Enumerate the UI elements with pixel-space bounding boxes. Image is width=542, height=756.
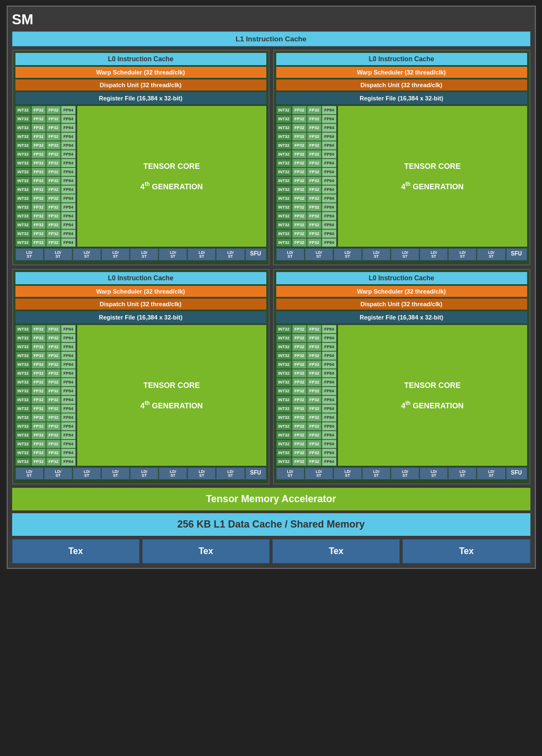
- q4-ldst-1: LD/ST: [276, 467, 304, 480]
- q4-ldst-6: LD/ST: [420, 467, 448, 480]
- tex-unit-3: Tex: [272, 539, 400, 563]
- q1-register-file: Register File (16,384 x 32-bit): [15, 92, 266, 104]
- q2-cuda-cores: INT32FP32FP32FP64 INT32FP32FP32FP64 INT3…: [276, 106, 336, 247]
- q1-ldst-8: LD/ST: [216, 248, 244, 260]
- q2-ldst-8: LD/ST: [477, 248, 505, 260]
- tensor-memory-accelerator: Tensor Memory Accelerator: [12, 488, 530, 510]
- q3-ldst-3: LD/ST: [73, 467, 101, 480]
- q2-ldst-1: LD/ST: [276, 248, 304, 260]
- q2-dispatch-unit: Dispatch Unit (32 thread/clk): [276, 79, 527, 90]
- q2-ld-st-row: LD/ST LD/ST LD/ST LD/ST LD/ST LD/ST LD/S…: [276, 248, 527, 260]
- q4-l0-cache: L0 Instruction Cache: [276, 272, 527, 284]
- q4-register-file: Register File (16,384 x 32-bit): [276, 311, 527, 323]
- q1-compute-area: INT32FP32FP32FP64 INT32FP32FP32FP64 INT3…: [15, 106, 266, 247]
- q3-cuda-cores: INT32FP32FP32FP64 INT32FP32FP32FP64 INT3…: [15, 325, 76, 466]
- q4-warp-scheduler: Warp Scheduler (32 thread/clk): [276, 286, 527, 297]
- q4-ld-st-row: LD/ST LD/ST LD/ST LD/ST LD/ST LD/ST LD/S…: [276, 467, 527, 480]
- quadrant-1: L0 Instruction Cache Warp Scheduler (32 …: [12, 50, 270, 265]
- q2-compute-area: INT32FP32FP32FP64 INT32FP32FP32FP64 INT3…: [276, 106, 527, 247]
- q3-compute-area: INT32FP32FP32FP64 INT32FP32FP32FP64 INT3…: [15, 325, 266, 466]
- q2-l0-cache: L0 Instruction Cache: [276, 53, 527, 65]
- q4-ldst-2: LD/ST: [305, 467, 333, 480]
- q2-ldst-6: LD/ST: [420, 248, 448, 260]
- q2-ldst-7: LD/ST: [448, 248, 476, 260]
- q4-ldst-7: LD/ST: [448, 467, 476, 480]
- q2-sfu: SFU: [506, 248, 527, 260]
- q3-dispatch-unit: Dispatch Unit (32 thread/clk): [15, 299, 266, 310]
- q4-compute-area: INT32FP32FP32FP64 INT32FP32FP32FP64 INT3…: [276, 325, 527, 466]
- l1-data-cache: 256 KB L1 Data Cache / Shared Memory: [12, 513, 530, 536]
- q3-ldst-6: LD/ST: [159, 467, 187, 480]
- q2-ldst-2: LD/ST: [305, 248, 333, 260]
- quadrant-2: L0 Instruction Cache Warp Scheduler (32 …: [273, 50, 530, 265]
- quadrant-3: L0 Instruction Cache Warp Scheduler (32 …: [12, 269, 270, 485]
- tex-row: Tex Tex Tex Tex: [12, 539, 530, 563]
- q1-ldst-3: LD/ST: [73, 248, 101, 260]
- q1-ldst-7: LD/ST: [187, 248, 216, 260]
- q4-ldst-4: LD/ST: [362, 467, 390, 480]
- q4-ldst-8: LD/ST: [477, 467, 505, 480]
- quadrant-4: L0 Instruction Cache Warp Scheduler (32 …: [273, 269, 530, 485]
- q3-warp-scheduler: Warp Scheduler (32 thread/clk): [15, 286, 266, 297]
- q3-ldst-7: LD/ST: [187, 467, 216, 480]
- q3-ld-st-row: LD/ST LD/ST LD/ST LD/ST LD/ST LD/ST LD/S…: [15, 467, 266, 480]
- q2-ldst-5: LD/ST: [391, 248, 419, 260]
- q3-ldst-5: LD/ST: [130, 467, 158, 480]
- q3-register-file: Register File (16,384 x 32-bit): [15, 311, 266, 323]
- q1-ldst-4: LD/ST: [101, 248, 130, 260]
- q3-tensor-core: TENSOR CORE4th GENERATION: [77, 325, 266, 466]
- tex-unit-4: Tex: [403, 539, 530, 563]
- q1-ldst-6: LD/ST: [159, 248, 187, 260]
- q1-dispatch-unit: Dispatch Unit (32 thread/clk): [15, 79, 266, 90]
- q2-ldst-3: LD/ST: [334, 248, 362, 260]
- q1-l0-cache: L0 Instruction Cache: [15, 53, 266, 65]
- q2-tensor-core: TENSOR CORE4th GENERATION: [338, 106, 527, 247]
- quadrants-grid: L0 Instruction Cache Warp Scheduler (32 …: [12, 50, 530, 485]
- q1-cuda-cores: INT32FP32FP32FP64 INT32FP32FP32FP64 INT3…: [15, 106, 76, 247]
- q4-dispatch-unit: Dispatch Unit (32 thread/clk): [276, 299, 527, 310]
- q2-register-file: Register File (16,384 x 32-bit): [276, 92, 527, 104]
- l1-instruction-cache: L1 Instruction Cache: [12, 31, 530, 46]
- q3-ldst-4: LD/ST: [101, 467, 130, 480]
- q3-l0-cache: L0 Instruction Cache: [15, 272, 266, 284]
- q1-sfu: SFU: [245, 248, 266, 260]
- q3-ldst-1: LD/ST: [15, 467, 44, 480]
- q4-ldst-5: LD/ST: [391, 467, 419, 480]
- sm-block: SM L1 Instruction Cache L0 Instruction C…: [7, 6, 536, 569]
- q1-tensor-core: TENSOR CORE4th GENERATION: [77, 106, 266, 247]
- tex-unit-1: Tex: [12, 539, 139, 563]
- q4-tensor-core: TENSOR CORE4th GENERATION: [338, 325, 527, 466]
- tex-unit-2: Tex: [142, 539, 270, 563]
- q3-ldst-8: LD/ST: [216, 467, 244, 480]
- q3-sfu: SFU: [245, 467, 266, 480]
- sm-title: SM: [12, 11, 530, 28]
- q4-ldst-3: LD/ST: [334, 467, 362, 480]
- q4-cuda-cores: INT32FP32FP32FP64 INT32FP32FP32FP64 INT3…: [276, 325, 336, 466]
- q2-warp-scheduler: Warp Scheduler (32 thread/clk): [276, 67, 527, 78]
- q3-ldst-2: LD/ST: [44, 467, 72, 480]
- q1-warp-scheduler: Warp Scheduler (32 thread/clk): [15, 67, 266, 78]
- q2-ldst-4: LD/ST: [362, 248, 390, 260]
- q1-ldst-2: LD/ST: [44, 248, 72, 260]
- q1-ldst-1: LD/ST: [15, 248, 44, 260]
- q1-ldst-5: LD/ST: [130, 248, 158, 260]
- q1-ld-st-row: LD/ST LD/ST LD/ST LD/ST LD/ST LD/ST LD/S…: [15, 248, 266, 260]
- q4-sfu: SFU: [506, 467, 527, 480]
